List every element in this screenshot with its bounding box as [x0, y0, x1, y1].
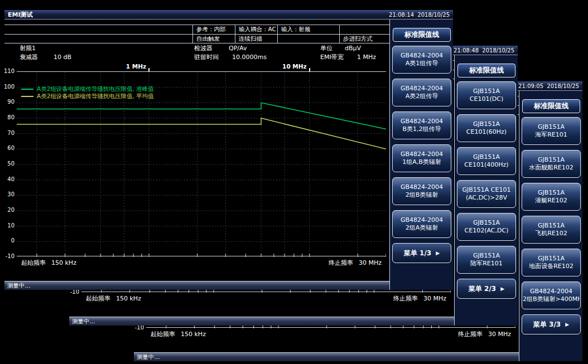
softkey-button[interactable]: GB4824-20042组B类辐射>400MHz	[522, 282, 581, 309]
status-text: 测量中...	[137, 353, 160, 360]
softkey-button[interactable]: GJB151A CE101(AC,DC)>28V	[457, 180, 516, 208]
softkey-button[interactable]: GJB151A海军RE101	[522, 117, 581, 145]
softkey-label: 2组B类辐射	[406, 191, 438, 199]
softkey-label: CE101(60Hz)	[466, 128, 507, 136]
softkey-label: GB4824-2004	[401, 118, 443, 125]
legend-swatch	[21, 96, 33, 97]
menu-page-label: 菜单 2/3	[469, 284, 496, 294]
softkey-label: B类1,2组传导	[402, 125, 441, 133]
attenuator-value: 10 dB	[54, 54, 71, 61]
stop-frequency-label: 终止频率	[393, 295, 418, 302]
y-tick-label: 30	[3, 191, 15, 198]
config-cell-empty	[277, 35, 339, 43]
softkey-label: GB4824-2004	[401, 151, 443, 158]
clock-datetime: 21:08:14 2018/10/25	[389, 12, 450, 18]
softkey-label: GJB151A	[473, 88, 500, 95]
sidebar-title-button[interactable]: 标准限值线	[393, 28, 451, 42]
legend-label: A类2组设备电源端传导骚扰电压限值, 准峰值	[37, 85, 154, 93]
desktop-stage: EMI测试 21:08:14 2018/10/25 参考：内部 输入耦合：AC …	[0, 0, 588, 364]
menu-page-label: 菜单 3/3	[533, 320, 561, 329]
unit-label: 单位	[320, 45, 332, 52]
status-text: 测量中...	[72, 318, 95, 324]
sidebar-menu: GJB151ACE101(DC)GJB151ACE101(60Hz)GJB151…	[457, 81, 516, 279]
softkey-label: CE102(AC,DC)	[465, 227, 509, 235]
sidebar-menu: GJB151A海军RE101GJB151A水面舰船RE102GJB151A潜艇R…	[522, 117, 581, 314]
softkey-button[interactable]: GB4824-2004A类1组传导	[392, 46, 451, 74]
menu-page-button[interactable]: 菜单 2/3 ▶	[457, 279, 516, 299]
menu-page-button[interactable]: 菜单 3/3 ▶	[522, 314, 581, 334]
y-tick-label: 60	[3, 145, 15, 152]
softkey-label: 地面设备RE102	[529, 263, 573, 270]
softkey-label: GJB151A	[473, 219, 500, 227]
emi-bandwidth-value: 1 MHz	[357, 54, 376, 61]
softkey-label: GB4824-2004	[401, 85, 443, 93]
softkey-button[interactable]: GJB151ACE102(AC,DC)	[457, 213, 516, 241]
softkey-button[interactable]: GB4824-20042组A类辐射	[392, 210, 451, 238]
config-input-source: 输入：射频	[277, 25, 339, 34]
unit-value: dBμV	[345, 45, 361, 52]
y-tick-label: 90	[3, 99, 15, 105]
softkey-label: GJB151A	[538, 255, 565, 263]
start-frequency-label: 起始频率	[21, 259, 46, 266]
x-top-tick-label: 10 MHz	[282, 63, 310, 70]
y-tick-label: 40	[3, 176, 15, 183]
softkey-sidebar: 标准限值线 GB4824-2004A类1组传导GB4824-2004A类2组传导…	[389, 20, 453, 290]
start-frequency-value: 150 kHz	[116, 295, 141, 302]
stop-frequency: 终止频率30 MHz	[329, 259, 382, 267]
menu-next-arrow-icon: ▶	[565, 322, 569, 327]
dwell-time-label: 驻留时间	[194, 54, 219, 61]
menu-page-label: 菜单 1/3	[404, 249, 431, 258]
softkey-label: A类1组传导	[406, 60, 438, 67]
legend-entry: A类2组设备电源端传导骚扰电压限值, 平均值	[21, 93, 154, 100]
sidebar-title-button[interactable]: 标准限值线	[522, 99, 580, 113]
status-text: 测量中...	[7, 282, 31, 289]
softkey-button[interactable]: GB4824-20042组B类辐射	[392, 177, 451, 205]
legend-swatch	[21, 89, 33, 90]
softkey-button[interactable]: GJB151A水面舰船RE102	[522, 150, 581, 178]
status-bar: 测量中...	[4, 281, 389, 290]
start-frequency-label: 起始频率	[86, 295, 110, 302]
legend-entry: A类2组设备电源端传导骚扰电压限值, 准峰值	[21, 85, 154, 93]
start-frequency-label: 起始频率	[151, 331, 175, 338]
status-bar: 测量中...	[69, 317, 454, 326]
softkey-label: 1组A,B类辐射	[402, 158, 441, 166]
softkey-label: GJB151A	[538, 123, 565, 131]
chart-legend: A类2组设备电源端传导骚扰电压限值, 准峰值A类2组设备电源端传导骚扰电压限值,…	[21, 85, 154, 100]
softkey-button[interactable]: GB4824-2004A类2组传导	[392, 79, 451, 106]
start-frequency: 起始频率150 kHz	[21, 259, 76, 267]
softkey-label: CE101(DC)	[470, 95, 503, 103]
softkey-label: A类2组传导	[406, 93, 438, 100]
y-tick-label: 80	[3, 114, 15, 121]
softkey-button[interactable]: GJB151ACE101(DC)	[457, 81, 516, 109]
start-frequency-value: 150 kHz	[181, 331, 206, 338]
softkey-button[interactable]: GJB151A飞机RE102	[522, 216, 581, 244]
softkey-button[interactable]: GJB151ACE101(60Hz)	[457, 114, 516, 142]
softkey-button[interactable]: GB4824-2004B类1,2组传导	[392, 111, 451, 139]
softkey-label: GJB151A	[473, 252, 500, 260]
stop-frequency-label: 终止频率	[458, 331, 483, 338]
softkey-label: (AC,DC)>28V	[466, 194, 507, 202]
frequency-row: 起始频率150 kHz 终止频率30 MHz	[134, 330, 519, 338]
menu-next-arrow-icon: ▶	[436, 250, 440, 256]
detector-value: QP/Av	[229, 45, 247, 52]
softkey-label: 水面舰船RE102	[529, 164, 573, 172]
softkey-sidebar: 标准限值线 GJB151ACE101(DC)GJB151ACE101(60Hz)…	[454, 55, 518, 326]
softkey-label: GJB151A	[538, 156, 565, 164]
attenuator-label: 衰减器	[20, 54, 38, 61]
softkey-button[interactable]: GJB151A地面设备RE102	[522, 249, 581, 276]
stop-frequency-value: 30 MHz	[488, 331, 511, 338]
menu-next-arrow-icon: ▶	[500, 286, 504, 292]
status-bar: 测量中...	[134, 352, 519, 361]
softkey-button[interactable]: GJB151ACE101(400Hz)	[457, 147, 516, 175]
softkey-button[interactable]: GJB151A陆军RE101	[457, 246, 516, 274]
softkey-button[interactable]: GB4824-20041组A,B类辐射	[392, 144, 451, 172]
config-table: 参考：内部 输入耦合：AC 输入：射频 自由触发 连续扫描 步进扫方式	[4, 25, 389, 43]
softkey-label: GB4824-2004	[401, 52, 443, 60]
frequency-row: 起始频率150 kHz 终止频率30 MHz	[4, 259, 389, 266]
stop-frequency-label: 终止频率	[329, 259, 353, 266]
sidebar-title-button[interactable]: 标准限值线	[457, 64, 515, 77]
config-trigger-mode: 自由触发	[192, 35, 235, 43]
stop-frequency-value: 30 MHz	[423, 295, 446, 302]
softkey-button[interactable]: GJB151A潜艇RE102	[522, 183, 581, 211]
menu-page-button[interactable]: 菜单 1/3 ▶	[392, 243, 451, 263]
